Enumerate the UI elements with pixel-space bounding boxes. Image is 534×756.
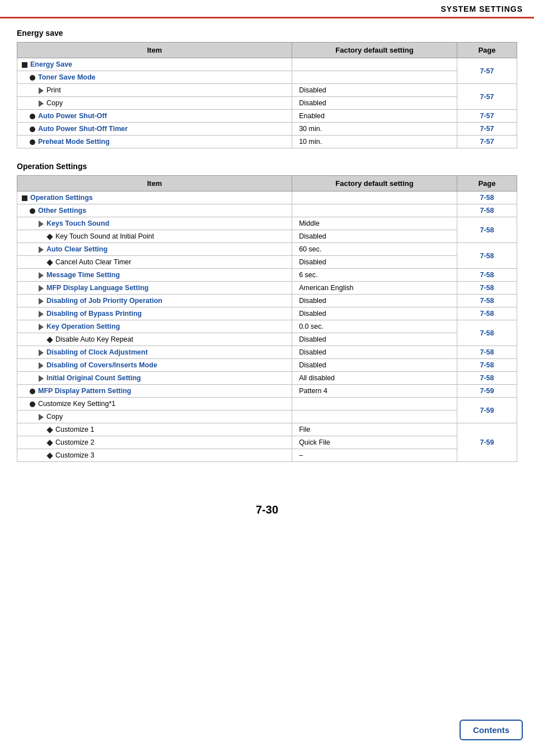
triangle-icon [39,100,44,107]
energy-save-heading: Energy save [17,29,517,38]
factory-cell: 60 sec. [292,243,457,256]
item-cell: Cancel Auto Clear Timer [17,256,292,269]
item-cell: Toner Save Mode [17,71,292,84]
item-label: Key Operation Setting [39,323,120,330]
circle-icon [30,402,35,407]
diamond-icon [46,452,53,459]
item-cell: Disabling of Covers/Inserts Mode [17,359,292,372]
table-row: Disable Auto Key RepeatDisabled [17,333,517,346]
item-label: Print [39,86,61,94]
contents-button[interactable]: Contents [460,720,523,740]
table-row: Auto Clear Setting60 sec.7-58 [17,243,517,256]
item-cell: Customize Key Setting*1 [17,398,292,410]
table-row: Key Touch Sound at Initial PointDisabled [17,230,517,243]
factory-cell [292,58,457,71]
page-cell: 7-58 [457,307,517,320]
triangle-icon [39,298,44,305]
factory-cell: Disabled [292,295,457,307]
table-row: Operation Settings7-58 [17,192,517,204]
triangle-icon [39,246,44,253]
table-row: Disabling of Job Priority OperationDisab… [17,295,517,307]
page-cell: 7-59 [457,385,517,398]
factory-cell [292,398,457,410]
diamond-icon [46,234,53,240]
factory-cell: Disabled [292,97,457,110]
page-cell: 7-57 [457,123,517,136]
square-icon [22,195,27,201]
triangle-icon [39,324,44,330]
item-label: Customize 1 [48,426,94,433]
item-label: Key Touch Sound at Initial Point [48,232,154,240]
energy-col-page: Page [457,43,517,58]
item-label: Customize Key Setting*1 [30,400,115,408]
operation-settings-table: Item Factory default setting Page Operat… [17,175,517,462]
factory-cell: Disabled [292,84,457,97]
ops-col-factory: Factory default setting [292,176,457,192]
factory-cell: Quick File [292,436,457,449]
item-label: Energy Save [22,60,72,68]
ops-col-item: Item [17,176,292,192]
triangle-icon [39,221,44,227]
page-cell: 7-58 [457,346,517,359]
factory-cell: Disabled [292,256,457,269]
item-label: Operation Settings [22,194,93,202]
page-cell: 7-58 [457,295,517,307]
table-row: CopyDisabled [17,97,517,110]
page-cell: 7-58 [457,217,517,243]
table-row: Customize 2Quick File [17,436,517,449]
table-row: PrintDisabled7-57 [17,84,517,97]
table-row: Toner Save Mode [17,71,517,84]
circle-icon [30,127,35,132]
item-cell: Auto Power Shut-Off Timer [17,123,292,136]
triangle-icon [39,375,44,382]
triangle-icon [39,87,44,94]
circle-icon [30,139,35,145]
table-row: Cancel Auto Clear TimerDisabled [17,256,517,269]
page-header: SYSTEM SETTINGS [0,0,534,18]
item-label: Copy [39,99,63,107]
factory-cell: Pattern 4 [292,385,457,398]
table-row: Auto Power Shut-Off Timer30 min.7-57 [17,123,517,136]
table-row: Energy Save7-57 [17,58,517,71]
item-cell: Print [17,84,292,97]
item-cell: Preheat Mode Setting [17,136,292,148]
table-row: Copy [17,410,517,423]
table-row: Customize Key Setting*17-59 [17,398,517,410]
page-cell: 7-58 [457,243,517,269]
item-label: Keys Touch Sound [39,220,109,227]
table-row: Message Time Setting6 sec.7-58 [17,269,517,282]
page-cell: 7-58 [457,320,517,346]
factory-cell: All disabled [292,372,457,385]
page-cell: 7-57 [457,58,517,84]
table-row: Preheat Mode Setting10 min.7-57 [17,136,517,148]
page-cell: 7-58 [457,282,517,295]
triangle-icon [39,311,44,318]
triangle-icon [39,362,44,369]
table-row: MFP Display Language SettingAmerican Eng… [17,282,517,295]
factory-cell [292,204,457,217]
diamond-icon [46,440,53,446]
circle-icon [30,114,35,119]
page-cell: 7-58 [457,204,517,217]
factory-cell: Enabled [292,110,457,123]
item-label: Toner Save Mode [30,73,96,81]
factory-cell: 0.0 sec. [292,320,457,333]
item-label: Disable Auto Key Repeat [48,335,133,343]
page-cell: 7-59 [457,398,517,423]
item-cell: Key Touch Sound at Initial Point [17,230,292,243]
factory-cell: American English [292,282,457,295]
item-label: Cancel Auto Clear Timer [48,258,131,266]
page-cell: 7-58 [457,372,517,385]
item-label: Disabling of Covers/Inserts Mode [39,361,157,369]
factory-cell: Disabled [292,333,457,346]
diamond-icon [46,427,53,433]
page-cell: 7-57 [457,110,517,123]
table-row: Auto Power Shut-OffEnabled7-57 [17,110,517,123]
item-cell: Message Time Setting [17,269,292,282]
page-cell: 7-57 [457,136,517,148]
item-label: Message Time Setting [39,271,120,279]
item-cell: Customize 3 [17,449,292,462]
item-label: Disabling of Bypass Printing [39,310,142,318]
table-row: Customize 1File7-59 [17,423,517,436]
table-row: MFP Display Pattern SettingPattern 47-59 [17,385,517,398]
